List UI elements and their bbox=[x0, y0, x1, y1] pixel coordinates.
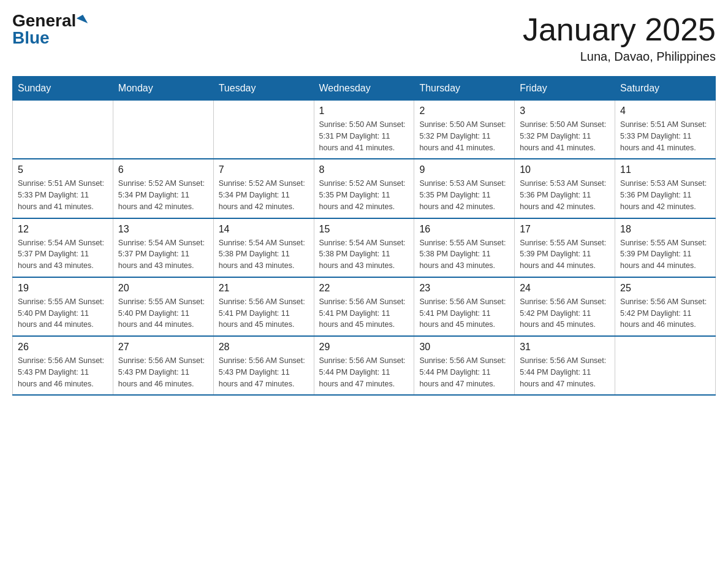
table-row: 16Sunrise: 5:55 AM Sunset: 5:38 PM Dayli… bbox=[414, 218, 515, 277]
day-info: Sunrise: 5:56 AM Sunset: 5:44 PM Dayligh… bbox=[419, 355, 509, 389]
day-info: Sunrise: 5:55 AM Sunset: 5:40 PM Dayligh… bbox=[18, 296, 108, 331]
table-row: 6Sunrise: 5:52 AM Sunset: 5:34 PM Daylig… bbox=[113, 159, 213, 218]
day-info: Sunrise: 5:56 AM Sunset: 5:43 PM Dayligh… bbox=[18, 355, 108, 389]
table-row: 15Sunrise: 5:54 AM Sunset: 5:38 PM Dayli… bbox=[314, 218, 414, 277]
day-info: Sunrise: 5:54 AM Sunset: 5:38 PM Dayligh… bbox=[219, 237, 309, 272]
logo: General Blue bbox=[12, 12, 86, 47]
table-row: 31Sunrise: 5:56 AM Sunset: 5:44 PM Dayli… bbox=[515, 336, 615, 395]
day-number: 24 bbox=[520, 283, 610, 294]
day-info: Sunrise: 5:50 AM Sunset: 5:32 PM Dayligh… bbox=[419, 119, 509, 153]
table-row: 10Sunrise: 5:53 AM Sunset: 5:36 PM Dayli… bbox=[515, 159, 615, 218]
calendar-title: January 2025 bbox=[523, 12, 716, 47]
day-info: Sunrise: 5:56 AM Sunset: 5:44 PM Dayligh… bbox=[520, 355, 610, 389]
day-number: 9 bbox=[419, 164, 509, 175]
day-info: Sunrise: 5:56 AM Sunset: 5:41 PM Dayligh… bbox=[319, 296, 409, 331]
table-row bbox=[213, 101, 314, 159]
day-number: 22 bbox=[319, 283, 409, 294]
day-info: Sunrise: 5:56 AM Sunset: 5:42 PM Dayligh… bbox=[620, 296, 710, 331]
day-number: 30 bbox=[419, 342, 509, 353]
table-row: 17Sunrise: 5:55 AM Sunset: 5:39 PM Dayli… bbox=[515, 218, 615, 277]
day-number: 27 bbox=[118, 342, 208, 353]
table-row: 28Sunrise: 5:56 AM Sunset: 5:43 PM Dayli… bbox=[213, 336, 314, 395]
header-thursday: Thursday bbox=[414, 77, 515, 101]
day-number: 21 bbox=[219, 283, 309, 294]
day-number: 13 bbox=[118, 224, 208, 235]
table-row: 22Sunrise: 5:56 AM Sunset: 5:41 PM Dayli… bbox=[314, 277, 414, 336]
day-number: 7 bbox=[219, 164, 309, 175]
table-row bbox=[13, 101, 113, 159]
day-info: Sunrise: 5:55 AM Sunset: 5:40 PM Dayligh… bbox=[118, 296, 208, 331]
day-number: 6 bbox=[118, 164, 208, 175]
day-info: Sunrise: 5:55 AM Sunset: 5:39 PM Dayligh… bbox=[520, 237, 610, 272]
table-row: 19Sunrise: 5:55 AM Sunset: 5:40 PM Dayli… bbox=[13, 277, 113, 336]
day-info: Sunrise: 5:54 AM Sunset: 5:37 PM Dayligh… bbox=[118, 237, 208, 272]
day-number: 5 bbox=[18, 164, 108, 175]
day-info: Sunrise: 5:52 AM Sunset: 5:35 PM Dayligh… bbox=[319, 178, 409, 212]
table-row: 8Sunrise: 5:52 AM Sunset: 5:35 PM Daylig… bbox=[314, 159, 414, 218]
header-saturday: Saturday bbox=[615, 77, 716, 101]
table-row: 5Sunrise: 5:51 AM Sunset: 5:33 PM Daylig… bbox=[13, 159, 113, 218]
day-info: Sunrise: 5:56 AM Sunset: 5:41 PM Dayligh… bbox=[219, 296, 309, 331]
day-number: 8 bbox=[319, 164, 409, 175]
table-row: 29Sunrise: 5:56 AM Sunset: 5:44 PM Dayli… bbox=[314, 336, 414, 395]
table-row: 2Sunrise: 5:50 AM Sunset: 5:32 PM Daylig… bbox=[414, 101, 515, 159]
day-number: 2 bbox=[419, 105, 509, 117]
day-number: 12 bbox=[18, 224, 108, 235]
day-number: 28 bbox=[219, 342, 309, 353]
day-number: 26 bbox=[18, 342, 108, 353]
header-row: Sunday Monday Tuesday Wednesday Thursday… bbox=[13, 77, 716, 101]
table-row bbox=[113, 101, 213, 159]
day-info: Sunrise: 5:53 AM Sunset: 5:36 PM Dayligh… bbox=[520, 178, 610, 212]
day-info: Sunrise: 5:51 AM Sunset: 5:33 PM Dayligh… bbox=[620, 119, 710, 153]
logo-blue-text: Blue bbox=[12, 29, 50, 47]
table-row: 24Sunrise: 5:56 AM Sunset: 5:42 PM Dayli… bbox=[515, 277, 615, 336]
calendar-week-row: 1Sunrise: 5:50 AM Sunset: 5:31 PM Daylig… bbox=[13, 101, 716, 159]
table-row: 30Sunrise: 5:56 AM Sunset: 5:44 PM Dayli… bbox=[414, 336, 515, 395]
day-number: 31 bbox=[520, 342, 610, 353]
header-sunday: Sunday bbox=[13, 77, 113, 101]
calendar-header: Sunday Monday Tuesday Wednesday Thursday… bbox=[13, 77, 716, 101]
day-info: Sunrise: 5:50 AM Sunset: 5:32 PM Dayligh… bbox=[520, 119, 610, 153]
day-info: Sunrise: 5:56 AM Sunset: 5:42 PM Dayligh… bbox=[520, 296, 610, 331]
day-info: Sunrise: 5:54 AM Sunset: 5:37 PM Dayligh… bbox=[18, 237, 108, 272]
day-number: 3 bbox=[520, 105, 610, 117]
day-number: 25 bbox=[620, 283, 710, 294]
table-row: 4Sunrise: 5:51 AM Sunset: 5:33 PM Daylig… bbox=[615, 101, 716, 159]
day-number: 20 bbox=[118, 283, 208, 294]
day-info: Sunrise: 5:56 AM Sunset: 5:43 PM Dayligh… bbox=[118, 355, 208, 389]
logo-arrow-icon bbox=[77, 15, 88, 27]
table-row: 1Sunrise: 5:50 AM Sunset: 5:31 PM Daylig… bbox=[314, 101, 414, 159]
table-row: 9Sunrise: 5:53 AM Sunset: 5:35 PM Daylig… bbox=[414, 159, 515, 218]
day-info: Sunrise: 5:51 AM Sunset: 5:33 PM Dayligh… bbox=[18, 178, 108, 212]
table-row: 25Sunrise: 5:56 AM Sunset: 5:42 PM Dayli… bbox=[615, 277, 716, 336]
calendar-week-row: 5Sunrise: 5:51 AM Sunset: 5:33 PM Daylig… bbox=[13, 159, 716, 218]
calendar-subtitle: Luna, Davao, Philippines bbox=[523, 50, 716, 64]
day-number: 1 bbox=[319, 105, 409, 117]
day-info: Sunrise: 5:56 AM Sunset: 5:43 PM Dayligh… bbox=[219, 355, 309, 389]
day-info: Sunrise: 5:56 AM Sunset: 5:41 PM Dayligh… bbox=[419, 296, 509, 331]
day-number: 29 bbox=[319, 342, 409, 353]
table-row: 7Sunrise: 5:52 AM Sunset: 5:34 PM Daylig… bbox=[213, 159, 314, 218]
day-number: 18 bbox=[620, 224, 710, 235]
day-info: Sunrise: 5:53 AM Sunset: 5:35 PM Dayligh… bbox=[419, 178, 509, 212]
calendar-table: Sunday Monday Tuesday Wednesday Thursday… bbox=[12, 76, 716, 396]
day-info: Sunrise: 5:56 AM Sunset: 5:44 PM Dayligh… bbox=[319, 355, 409, 389]
table-row: 13Sunrise: 5:54 AM Sunset: 5:37 PM Dayli… bbox=[113, 218, 213, 277]
logo-general-text: General bbox=[12, 12, 76, 29]
table-row: 3Sunrise: 5:50 AM Sunset: 5:32 PM Daylig… bbox=[515, 101, 615, 159]
day-number: 15 bbox=[319, 224, 409, 235]
day-number: 10 bbox=[520, 164, 610, 175]
day-number: 14 bbox=[219, 224, 309, 235]
day-number: 17 bbox=[520, 224, 610, 235]
day-number: 16 bbox=[419, 224, 509, 235]
day-info: Sunrise: 5:52 AM Sunset: 5:34 PM Dayligh… bbox=[219, 178, 309, 212]
calendar-week-row: 26Sunrise: 5:56 AM Sunset: 5:43 PM Dayli… bbox=[13, 336, 716, 395]
header-wednesday: Wednesday bbox=[314, 77, 414, 101]
title-block: January 2025 Luna, Davao, Philippines bbox=[523, 12, 716, 64]
calendar-body: 1Sunrise: 5:50 AM Sunset: 5:31 PM Daylig… bbox=[13, 101, 716, 396]
day-info: Sunrise: 5:52 AM Sunset: 5:34 PM Dayligh… bbox=[118, 178, 208, 212]
day-number: 23 bbox=[419, 283, 509, 294]
day-info: Sunrise: 5:53 AM Sunset: 5:36 PM Dayligh… bbox=[620, 178, 710, 212]
page-header: General Blue January 2025 Luna, Davao, P… bbox=[12, 12, 716, 64]
table-row: 18Sunrise: 5:55 AM Sunset: 5:39 PM Dayli… bbox=[615, 218, 716, 277]
